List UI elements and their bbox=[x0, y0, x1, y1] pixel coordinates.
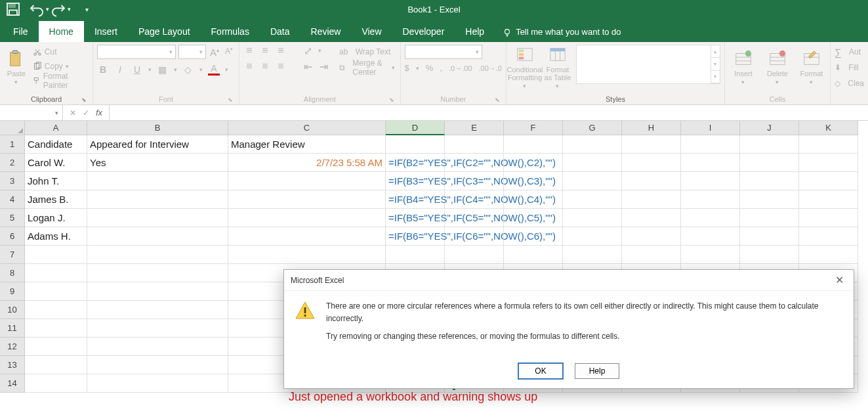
cell-B12[interactable] bbox=[87, 338, 228, 356]
save-icon[interactable] bbox=[5, 1, 21, 17]
cell-F2[interactable] bbox=[504, 154, 563, 172]
cell-B2[interactable]: Yes bbox=[87, 154, 228, 172]
gallery-down-icon[interactable]: ▾ bbox=[711, 58, 720, 70]
cell-B5[interactable] bbox=[87, 209, 228, 227]
paste-button[interactable]: Paste ▾ bbox=[4, 45, 29, 89]
wrap-text-button[interactable]: ab Wrap Text bbox=[338, 45, 396, 59]
cell-K4[interactable] bbox=[799, 190, 858, 209]
tab-view[interactable]: View bbox=[351, 21, 392, 42]
cell-B14[interactable] bbox=[87, 374, 228, 393]
cell-J4[interactable] bbox=[740, 190, 799, 209]
cell-J3[interactable] bbox=[740, 172, 799, 190]
border-button[interactable]: ▦ bbox=[157, 64, 169, 75]
align-center-icon[interactable]: ≡ bbox=[259, 60, 271, 72]
cell-F6[interactable] bbox=[504, 227, 563, 246]
cell-H4[interactable] bbox=[622, 190, 681, 209]
cell-H5[interactable] bbox=[622, 209, 681, 227]
cell-I4[interactable] bbox=[681, 190, 740, 209]
cell-B13[interactable] bbox=[87, 356, 228, 374]
ok-button[interactable]: OK bbox=[518, 363, 563, 379]
cell-F1[interactable] bbox=[504, 135, 563, 154]
cell-B6[interactable] bbox=[87, 227, 228, 246]
cell-D4[interactable]: =IF(B4="YES",IF(C4="",NOW(),C4),"") bbox=[386, 190, 445, 209]
column-header-A[interactable]: A bbox=[25, 121, 87, 135]
cell-G3[interactable] bbox=[563, 172, 622, 190]
cell-B1[interactable]: Appeared for Interview bbox=[87, 135, 228, 154]
cell-K7[interactable] bbox=[799, 246, 858, 264]
tab-data[interactable]: Data bbox=[260, 21, 300, 42]
autosum-button[interactable]: ∑ Aut bbox=[835, 45, 864, 59]
number-format-combo[interactable]: ▾ bbox=[405, 45, 482, 59]
tab-review[interactable]: Review bbox=[300, 21, 352, 42]
row-header-5[interactable]: 5 bbox=[0, 209, 25, 227]
column-header-G[interactable]: G bbox=[563, 121, 622, 135]
cell-E3[interactable] bbox=[445, 172, 504, 190]
cell-G7[interactable] bbox=[563, 246, 622, 264]
cut-button[interactable]: Cut bbox=[31, 45, 89, 59]
cell-H6[interactable] bbox=[622, 227, 681, 246]
tell-me-search[interactable]: Tell me what you want to do bbox=[495, 22, 629, 42]
row-header-4[interactable]: 4 bbox=[0, 190, 25, 209]
align-top-icon[interactable]: ≡ bbox=[243, 45, 255, 56]
cell-A9[interactable] bbox=[25, 282, 87, 301]
cell-D2[interactable]: =IF(B2="YES",IF(C2="",NOW(),C2),"") bbox=[386, 154, 445, 172]
cell-H7[interactable] bbox=[622, 246, 681, 264]
cell-G5[interactable] bbox=[563, 209, 622, 227]
cell-E5[interactable] bbox=[445, 209, 504, 227]
cell-I5[interactable] bbox=[681, 209, 740, 227]
cell-D6[interactable]: =IF(B6="YES",IF(C6="",NOW(),C6),"") bbox=[386, 227, 445, 246]
undo-icon[interactable] bbox=[29, 1, 45, 17]
cell-G6[interactable] bbox=[563, 227, 622, 246]
row-header-10[interactable]: 10 bbox=[0, 301, 25, 319]
cell-F5[interactable] bbox=[504, 209, 563, 227]
tab-formulas[interactable]: Formulas bbox=[201, 21, 260, 42]
cell-D3[interactable]: =IF(B3="YES",IF(C3="",NOW(),C3),"") bbox=[386, 172, 445, 190]
tab-developer[interactable]: Developer bbox=[392, 21, 455, 42]
tab-page-layout[interactable]: Page Layout bbox=[128, 21, 201, 42]
column-header-K[interactable]: K bbox=[799, 121, 858, 135]
row-header-6[interactable]: 6 bbox=[0, 227, 25, 246]
row-header-13[interactable]: 13 bbox=[0, 356, 25, 374]
name-box[interactable]: ▾ bbox=[0, 105, 63, 120]
font-launcher-icon[interactable]: ⬊ bbox=[227, 97, 234, 103]
cell-D7[interactable] bbox=[386, 246, 445, 264]
increase-indent-icon[interactable]: ⇥ bbox=[318, 60, 330, 72]
cell-A11[interactable] bbox=[25, 319, 87, 338]
delete-cells-button[interactable]: Delete▾ bbox=[763, 45, 792, 89]
cell-E2[interactable] bbox=[445, 154, 504, 172]
cell-E6[interactable] bbox=[445, 227, 504, 246]
cell-J6[interactable] bbox=[740, 227, 799, 246]
cell-H1[interactable] bbox=[622, 135, 681, 154]
cell-I2[interactable] bbox=[681, 154, 740, 172]
percent-format-icon[interactable]: % bbox=[426, 63, 434, 73]
row-header-12[interactable]: 12 bbox=[0, 338, 25, 356]
gallery-up-icon[interactable]: ▴ bbox=[711, 45, 720, 58]
cell-D5[interactable]: =IF(B5="YES",IF(C5="",NOW(),C5),"") bbox=[386, 209, 445, 227]
cell-C4[interactable] bbox=[228, 190, 386, 209]
column-header-F[interactable]: F bbox=[504, 121, 563, 135]
column-header-H[interactable]: H bbox=[622, 121, 681, 135]
cell-K2[interactable] bbox=[799, 154, 858, 172]
cell-K1[interactable] bbox=[799, 135, 858, 154]
cell-F3[interactable] bbox=[504, 172, 563, 190]
cell-K3[interactable] bbox=[799, 172, 858, 190]
cell-B7[interactable] bbox=[87, 246, 228, 264]
cell-E4[interactable] bbox=[445, 190, 504, 209]
enter-formula-icon[interactable]: ✓ bbox=[83, 108, 89, 118]
bold-button[interactable]: B bbox=[97, 64, 109, 75]
cell-B4[interactable] bbox=[87, 190, 228, 209]
cell-B9[interactable] bbox=[87, 282, 228, 301]
align-left-icon[interactable]: ≡ bbox=[243, 60, 255, 72]
tab-insert[interactable]: Insert bbox=[84, 21, 128, 42]
cell-A4[interactable]: James B. bbox=[25, 190, 87, 209]
cell-E7[interactable] bbox=[445, 246, 504, 264]
number-launcher-icon[interactable]: ⬊ bbox=[494, 97, 501, 103]
cell-G4[interactable] bbox=[563, 190, 622, 209]
cell-F7[interactable] bbox=[504, 246, 563, 264]
cell-C1[interactable]: Manager Review bbox=[228, 135, 386, 154]
cell-A6[interactable]: Adams H. bbox=[25, 227, 87, 246]
format-painter-button[interactable]: Format Painter bbox=[31, 74, 89, 88]
cell-B3[interactable] bbox=[87, 172, 228, 190]
row-header-2[interactable]: 2 bbox=[0, 154, 25, 172]
insert-cells-button[interactable]: Insert▾ bbox=[729, 45, 758, 89]
